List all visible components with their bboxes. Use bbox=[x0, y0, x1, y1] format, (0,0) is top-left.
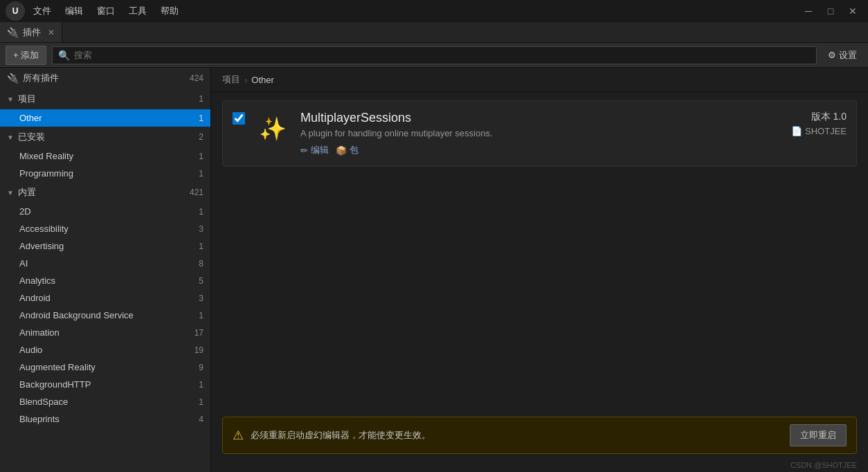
menu-help[interactable]: 帮助 bbox=[158, 3, 181, 19]
sidebar-item-2d-label: 2D bbox=[19, 206, 31, 217]
sidebar-item-animation[interactable]: Animation 17 bbox=[0, 324, 210, 341]
plugin-name: MultiplayerSessions bbox=[300, 111, 781, 125]
toolbar: + 添加 🔍 ⚙ 设置 bbox=[0, 43, 868, 68]
menu-window[interactable]: 窗口 bbox=[94, 3, 118, 19]
sidebar-item-android[interactable]: Android 3 bbox=[0, 289, 210, 307]
plugin-enabled-checkbox[interactable] bbox=[233, 112, 245, 125]
section-project[interactable]: ▼ 项目 1 bbox=[0, 89, 210, 109]
sidebar-item-animation-label: Animation bbox=[19, 327, 60, 338]
breadcrumb-parent[interactable]: 项目 bbox=[222, 73, 240, 86]
window-controls: ─ □ ✕ bbox=[799, 3, 862, 19]
sidebar-item-backgroundhttp-label: BackgroundHTTP bbox=[19, 379, 91, 390]
chevron-down-icon: ▼ bbox=[7, 189, 14, 197]
plugin-icon: ✨ bbox=[255, 111, 291, 147]
sidebar-item-augmented-reality[interactable]: Augmented Reality 9 bbox=[0, 358, 210, 376]
sidebar-item-blueprints-count: 4 bbox=[199, 415, 204, 424]
section-project-count: 1 bbox=[199, 94, 204, 104]
plugin-card: ✨ MultiplayerSessions A plugin for handl… bbox=[222, 100, 857, 167]
sidebar-item-blendspace-label: BlendSpace bbox=[19, 397, 68, 407]
sidebar-item-ai[interactable]: AI 8 bbox=[0, 255, 210, 272]
sidebar-item-other[interactable]: Other 1 bbox=[0, 109, 210, 127]
sidebar: 🔌 所有插件 424 ▼ 项目 1 Other 1 ▼ 已安装 2 Mixed … bbox=[0, 68, 211, 472]
plugin-description: A plugin for handling online mutiplayer … bbox=[300, 128, 781, 138]
tab-close-button[interactable]: ✕ bbox=[48, 28, 55, 37]
sidebar-item-2d[interactable]: 2D 1 bbox=[0, 203, 210, 220]
warning-icon: ⚠ bbox=[233, 428, 244, 443]
sidebar-item-android-background-service[interactable]: Android Background Service 1 bbox=[0, 307, 210, 324]
sidebar-item-accessibility-label: Accessibility bbox=[19, 224, 69, 234]
sidebar-item-blueprints-label: Blueprints bbox=[19, 414, 60, 424]
sidebar-item-blendspace[interactable]: BlendSpace 1 bbox=[0, 393, 210, 410]
breadcrumb: 项目 › Other bbox=[211, 68, 868, 92]
pack-plugin-button[interactable]: 📦 包 bbox=[336, 144, 359, 156]
sidebar-item-advertising[interactable]: Advertising 1 bbox=[0, 237, 210, 255]
sidebar-item-accessibility-count: 3 bbox=[199, 224, 204, 234]
plugin-list: ✨ MultiplayerSessions A plugin for handl… bbox=[211, 92, 868, 411]
breadcrumb-separator: › bbox=[244, 75, 247, 85]
menu-bar: 文件 编辑 窗口 工具 帮助 bbox=[30, 3, 181, 19]
author-icon: 📄 bbox=[791, 126, 802, 136]
section-builtin[interactable]: ▼ 内置 421 bbox=[0, 182, 210, 203]
menu-edit[interactable]: 编辑 bbox=[62, 3, 86, 19]
sidebar-item-mixed-reality-count: 1 bbox=[199, 152, 204, 161]
watermark: CSDN @SHOTJEE bbox=[211, 460, 868, 472]
section-builtin-count: 421 bbox=[190, 188, 204, 197]
pack-icon: 📦 bbox=[336, 145, 347, 156]
all-plugins-count: 424 bbox=[190, 73, 204, 83]
sidebar-item-accessibility[interactable]: Accessibility 3 bbox=[0, 220, 210, 237]
sidebar-item-advertising-label: Advertising bbox=[19, 241, 64, 251]
settings-button[interactable]: ⚙ 设置 bbox=[822, 46, 862, 64]
sidebar-item-ai-label: AI bbox=[19, 258, 28, 269]
pack-label: 包 bbox=[350, 144, 359, 156]
sidebar-item-audio[interactable]: Audio 19 bbox=[0, 341, 210, 358]
sidebar-item-ai-count: 8 bbox=[199, 259, 204, 269]
section-builtin-label: 内置 bbox=[18, 186, 36, 199]
sidebar-item-android-count: 3 bbox=[199, 293, 204, 303]
sidebar-item-mixed-reality[interactable]: Mixed Reality 1 bbox=[0, 147, 210, 165]
sidebar-item-other-label: Other bbox=[19, 113, 42, 123]
plugin-tab-icon: 🔌 bbox=[7, 27, 19, 38]
edit-icon: ✏ bbox=[300, 145, 308, 156]
all-plugins-item[interactable]: 🔌 所有插件 424 bbox=[0, 68, 210, 89]
close-button[interactable]: ✕ bbox=[843, 3, 862, 19]
sidebar-item-android-background-service-label: Android Background Service bbox=[19, 310, 134, 320]
sidebar-item-android-background-service-count: 1 bbox=[199, 311, 204, 320]
plugin-meta: 版本 1.0 📄 SHOTJEE bbox=[791, 111, 847, 136]
section-installed[interactable]: ▼ 已安装 2 bbox=[0, 127, 210, 147]
title-bar: U 文件 编辑 窗口 工具 帮助 ─ □ ✕ bbox=[0, 0, 868, 22]
main-layout: 🔌 所有插件 424 ▼ 项目 1 Other 1 ▼ 已安装 2 Mixed … bbox=[0, 68, 868, 472]
sidebar-item-programming-label: Programming bbox=[19, 168, 73, 179]
edit-plugin-button[interactable]: ✏ 编辑 bbox=[300, 144, 329, 156]
sidebar-item-animation-count: 17 bbox=[195, 328, 204, 338]
plugin-tab[interactable]: 🔌 插件 ✕ bbox=[0, 22, 62, 42]
plugin-version: 版本 1.0 bbox=[791, 111, 847, 123]
warning-message: 必须重新启动虚幻编辑器，才能使变更生效。 bbox=[251, 429, 783, 442]
sidebar-item-analytics[interactable]: Analytics 5 bbox=[0, 272, 210, 289]
breadcrumb-current: Other bbox=[251, 75, 274, 85]
content-area: 项目 › Other ✨ MultiplayerSessions A plugi… bbox=[211, 68, 868, 472]
sidebar-item-2d-count: 1 bbox=[199, 207, 204, 217]
plugin-info: MultiplayerSessions A plugin for handlin… bbox=[300, 111, 781, 156]
menu-tools[interactable]: 工具 bbox=[126, 3, 150, 19]
sidebar-item-mixed-reality-label: Mixed Reality bbox=[19, 151, 73, 161]
sidebar-item-backgroundhttp[interactable]: BackgroundHTTP 1 bbox=[0, 376, 210, 393]
plugin-actions: ✏ 编辑 📦 包 bbox=[300, 144, 781, 156]
author-name: SHOTJEE bbox=[805, 126, 847, 136]
edit-label: 编辑 bbox=[311, 144, 329, 156]
sidebar-item-advertising-count: 1 bbox=[199, 242, 204, 251]
search-input[interactable] bbox=[74, 50, 811, 60]
plugin-tab-label: 插件 bbox=[23, 26, 41, 39]
plugin-author: 📄 SHOTJEE bbox=[791, 126, 847, 136]
sidebar-item-blueprints[interactable]: Blueprints 4 bbox=[0, 410, 210, 428]
maximize-button[interactable]: □ bbox=[821, 3, 840, 19]
add-button[interactable]: + 添加 bbox=[6, 46, 46, 65]
sidebar-item-other-count: 1 bbox=[199, 114, 204, 123]
all-plugins-label: 所有插件 bbox=[23, 72, 59, 84]
sidebar-item-programming[interactable]: Programming 1 bbox=[0, 165, 210, 182]
sidebar-item-blendspace-count: 1 bbox=[199, 397, 204, 407]
menu-file[interactable]: 文件 bbox=[30, 3, 54, 19]
minimize-button[interactable]: ─ bbox=[799, 3, 818, 19]
sidebar-item-augmented-reality-label: Augmented Reality bbox=[19, 362, 96, 372]
restart-button[interactable]: 立即重启 bbox=[790, 424, 847, 446]
sidebar-item-analytics-label: Analytics bbox=[19, 275, 55, 286]
